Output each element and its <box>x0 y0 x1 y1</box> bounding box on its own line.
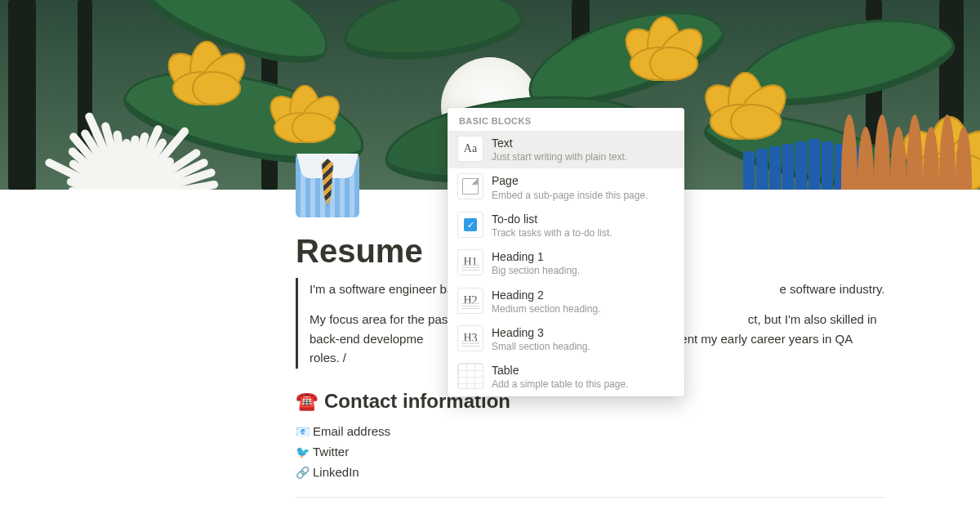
phone-icon: ☎️ <box>296 391 318 412</box>
contact-list: 📧Email address🐦Twitter🔗LinkedIn <box>296 421 885 482</box>
slash-menu-thumb: H3 <box>457 325 483 351</box>
slash-menu-item-heading-1[interactable]: H1Heading 1Big section heading. <box>448 244 684 282</box>
slash-menu-header: BASIC BLOCKS <box>448 108 684 131</box>
slash-menu-item-sub: Small section heading. <box>492 340 590 353</box>
slash-menu-thumb <box>457 363 483 389</box>
contact-icon: 🔗 <box>296 466 310 479</box>
page-icon[interactable] <box>296 154 359 217</box>
slash-menu[interactable]: BASIC BLOCKS AaTextJust start writing wi… <box>448 108 684 396</box>
slash-menu-thumb: H1 <box>457 249 483 275</box>
slash-menu-thumb: H2 <box>457 288 483 314</box>
slash-menu-item-sub: Track tasks with a to-do list. <box>492 226 612 239</box>
slash-menu-item-title: Text <box>492 136 627 150</box>
contact-row-2[interactable]: 🔗LinkedIn <box>296 462 885 482</box>
contact-label: LinkedIn <box>313 465 359 479</box>
slash-menu-item-title: Heading 3 <box>492 325 590 340</box>
slash-menu-item-text[interactable]: AaTextJust start writing with plain text… <box>448 131 684 168</box>
divider <box>296 497 885 498</box>
slash-menu-item-sub: Embed a sub-page inside this page. <box>492 189 648 202</box>
slash-menu-item-to-do-list[interactable]: ✓To-do listTrack tasks with a to-do list… <box>448 207 684 244</box>
slash-menu-item-page[interactable]: PageEmbed a sub-page inside this page. <box>448 168 684 206</box>
contact-icon: 🐦 <box>296 445 310 459</box>
slash-menu-item-title: Heading 1 <box>492 249 580 264</box>
slash-menu-item-title: To-do list <box>492 212 612 226</box>
contact-label: Twitter <box>313 445 349 459</box>
slash-menu-item-sub: Medium section heading. <box>492 302 600 315</box>
slash-menu-item-heading-3[interactable]: H3Heading 3Small section heading. <box>448 320 684 358</box>
contact-icon: 📧 <box>296 425 310 438</box>
slash-menu-item-title: Table <box>492 363 628 378</box>
slash-menu-item-sub: Big section heading. <box>492 264 580 277</box>
contact-label: Email address <box>313 424 390 438</box>
slash-menu-thumb <box>457 173 483 199</box>
slash-menu-item-sub: Add a simple table to this page. <box>492 378 628 391</box>
contact-row-0[interactable]: 📧Email address <box>296 421 885 441</box>
slash-menu-item-table[interactable]: TableAdd a simple table to this page. <box>448 358 684 396</box>
slash-menu-thumb: ✓ <box>457 212 483 238</box>
slash-menu-item-heading-2[interactable]: H2Heading 2Medium section heading. <box>448 283 684 320</box>
slash-menu-item-title: Heading 2 <box>492 288 600 302</box>
slash-menu-item-sub: Just start writing with plain text. <box>492 150 627 163</box>
slash-menu-item-title: Page <box>492 173 648 188</box>
slash-menu-thumb: Aa <box>457 136 483 162</box>
contact-row-1[interactable]: 🐦Twitter <box>296 441 885 462</box>
